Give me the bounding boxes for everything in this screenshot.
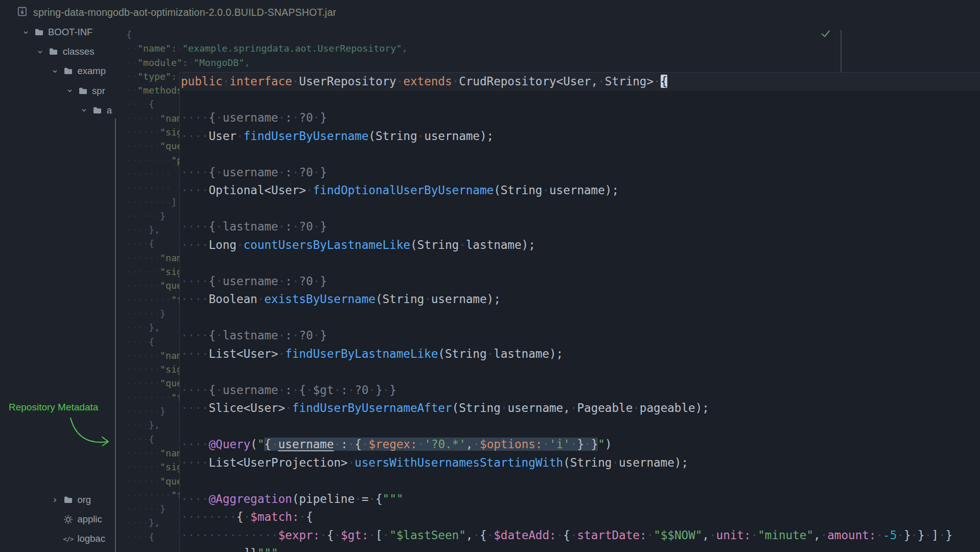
chevron-down-icon[interactable] — [48, 68, 61, 75]
project-tree-bottom: orgapplic</>logbac — [19, 490, 105, 549]
code-line: { — [126, 28, 841, 41]
inspections-check-icon[interactable] — [821, 29, 831, 40]
annotation-label: Repository Metadata — [9, 402, 162, 413]
code-popup[interactable]: public·interface·UserRepository·extends·… — [179, 72, 980, 552]
tree-item-examp[interactable]: examp — [19, 61, 112, 81]
tree-item-logbac[interactable]: </>logbac — [19, 529, 105, 548]
code-line: ····Optional<User>·findOptionalUserByUse… — [181, 181, 980, 200]
code-line: ····Slice<User>·findUserByUsernameAfter(… — [181, 399, 980, 418]
code-line: ····List<User>·findUserByLastnameLike(St… — [181, 345, 980, 363]
tree-item-a[interactable]: a — [19, 101, 112, 120]
title-bar: spring-data-mongodb-aot-optimization-2.0… — [0, 0, 980, 25]
code-line: ····{·lastname·:·?0·} — [181, 327, 980, 345]
tree-item-boot-inf[interactable]: BOOT-INF — [19, 22, 112, 42]
code-line: public·interface·UserRepository·extends·… — [181, 73, 980, 91]
tree-item-label: spr — [89, 85, 105, 97]
folder-icon — [32, 28, 45, 36]
tree-item-label: logbac — [75, 533, 105, 544]
annotation: Repository Metadata — [9, 402, 162, 468]
code-line — [181, 472, 980, 490]
tree-item-label: classes — [60, 46, 95, 57]
code-line: ····Long·countUsersByLastnameLike(String… — [181, 236, 980, 255]
code-line: ····{·username·:·?0·} — [181, 164, 980, 182]
code-line: ····{·username·:·?0·} — [181, 109, 980, 127]
code-line: ····@Query("{·username·:·{·$regex:·'?0.*… — [181, 435, 980, 454]
code-line: ··"module":·"MongoDB", — [126, 56, 841, 70]
gear-icon — [61, 515, 75, 524]
code-line — [181, 309, 980, 327]
code-line: ··············$expr:·{·$gt:·[·"$lastSeen… — [181, 526, 980, 545]
xml-icon: </> — [61, 535, 75, 543]
code-line: ····{·username·:·{·$gt·:·?0·}·} — [181, 381, 980, 400]
tree-item-org[interactable]: org — [19, 490, 105, 510]
folder-icon — [61, 67, 75, 75]
code-line: ····{·username·:·?0·} — [181, 272, 980, 291]
code-line: ····User·findUserByUsername(String·usern… — [181, 127, 980, 146]
jar-archive-icon — [17, 6, 28, 19]
folder-icon — [76, 87, 89, 95]
code-line: ·········]}""" — [181, 544, 980, 552]
code-line — [181, 91, 980, 109]
panel-splitter[interactable] — [115, 119, 116, 552]
window-title: spring-data-mongodb-aot-optimization-2.0… — [33, 7, 336, 18]
chevron-down-icon[interactable] — [34, 49, 47, 55]
tree-item-label: org — [75, 494, 91, 505]
tree-item-classes[interactable]: classes — [19, 42, 112, 61]
code-line — [181, 145, 980, 164]
code-line: ····Boolean·existsByUsername(String·user… — [181, 290, 980, 309]
tree-item-label: examp — [75, 65, 106, 77]
code-line: ····@Aggregation(pipeline·=·{""" — [181, 490, 980, 509]
project-tree-top: BOOT-INFclassesexampspra — [19, 22, 112, 120]
code-line — [181, 254, 980, 272]
chevron-down-icon[interactable] — [63, 87, 76, 94]
tree-item-label: BOOT-INF — [45, 27, 92, 38]
annotation-arrow — [61, 415, 123, 456]
chevron-right-icon[interactable] — [48, 497, 61, 503]
chevron-down-icon[interactable] — [19, 29, 32, 36]
tree-item-label: a — [104, 105, 112, 116]
code-line: ····List<UserProjection>·usersWithUserna… — [181, 454, 980, 472]
folder-icon — [47, 48, 60, 56]
tree-item-label: applic — [75, 514, 102, 525]
code-line — [181, 418, 980, 436]
code-line: ········{·$match:·{ — [181, 508, 980, 526]
editor-right-edge — [841, 30, 842, 74]
chevron-down-icon[interactable] — [78, 107, 91, 113]
code-line: ··"name":·"example.springdata.aot.UserRe… — [126, 41, 841, 55]
code-line — [181, 363, 980, 381]
folder-icon — [91, 106, 104, 114]
tree-item-spr[interactable]: spr — [19, 81, 112, 101]
code-line: ····{·lastname·:·?0·} — [181, 218, 980, 236]
folder-icon — [61, 496, 75, 504]
tree-item-applic[interactable]: applic — [19, 510, 105, 529]
code-line — [181, 200, 980, 218]
